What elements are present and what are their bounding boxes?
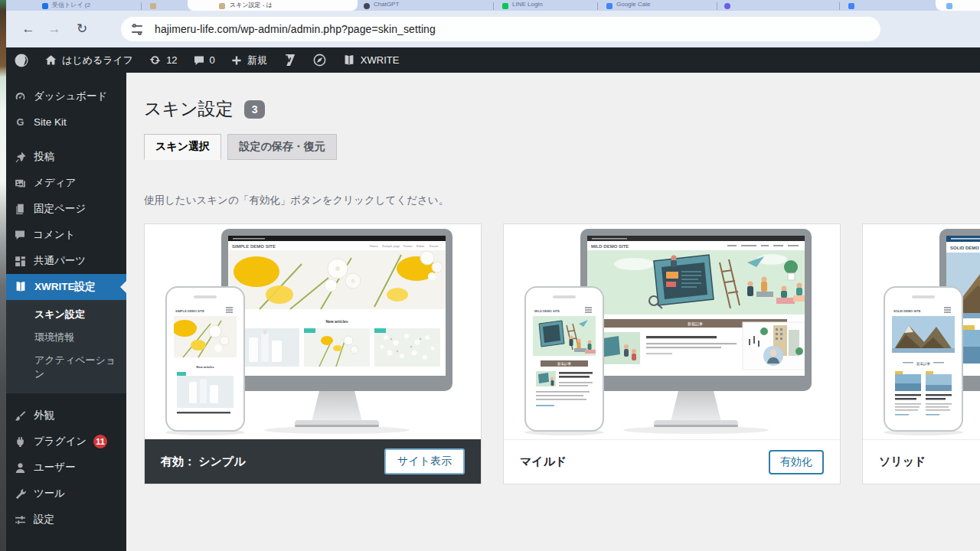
sidebar-item-posts[interactable]: 投稿 <box>6 144 126 170</box>
back-button[interactable]: ← <box>20 21 37 37</box>
demo-site-title: SIMPLE DEMO SITE <box>175 309 204 313</box>
dashboard-icon <box>14 90 27 103</box>
main-content: スキン設定 3 スキン選択 設定の保存・復元 使用したいスキンの「有効化」ボタン… <box>126 73 980 551</box>
tab-skin-select[interactable]: スキン選択 <box>144 134 221 160</box>
site-settings-icon[interactable] <box>130 22 144 36</box>
submenu-item-activation[interactable]: アクティベーション <box>6 349 126 386</box>
demo-site-title: SOLID DEMO SITE <box>893 309 921 313</box>
skin-preview-mild[interactable]: MILD DEMO SITE <box>504 224 840 439</box>
user-icon <box>14 461 27 474</box>
tab-favicon[interactable] <box>946 3 952 9</box>
xwrite-menu[interactable]: XWRITE <box>335 47 407 73</box>
demo-site-title: MILD DEMO SITE <box>534 309 560 313</box>
settings-tabs: スキン選択 設定の保存・復元 <box>144 134 980 160</box>
activate-button[interactable]: 有効化 <box>769 450 824 474</box>
sidebar-item-plugins[interactable]: プラグイン 11 <box>6 429 126 455</box>
sidebar-item-media[interactable]: メディア <box>6 170 126 196</box>
tab-favicon[interactable] <box>606 3 612 9</box>
forward-button[interactable]: → <box>46 21 63 37</box>
wrench-icon <box>14 487 27 500</box>
skin-footer-mild: マイルド 有効化 <box>504 439 840 484</box>
browser-tab-strip: 受信トレイ (2 スキン設定 - は ChatGPT LINE Login Go… <box>6 0 980 11</box>
book-icon <box>14 280 28 294</box>
skin-name-label: マイルド <box>520 455 567 469</box>
tab-label[interactable]: スキン設定 - は <box>230 1 345 9</box>
sidebar-item-comments[interactable]: コメント <box>6 222 126 248</box>
updates-menu[interactable]: 12 <box>141 47 185 73</box>
pushpin-icon <box>14 151 27 164</box>
sidebar-item-yoast-seo[interactable]: Yoast SEO <box>6 546 126 551</box>
demo-site-title: SOLID DEMO SITE <box>950 246 980 250</box>
tab-favicon[interactable] <box>364 3 370 9</box>
yoast-menu[interactable] <box>275 47 305 73</box>
xwrite-submenu: スキン設定 環境情報 アクティベーション <box>6 300 126 393</box>
demo-section-title: New articles <box>325 319 348 324</box>
sidebar-item-pages[interactable]: 固定ページ <box>6 196 126 222</box>
demo-nav-item: Theme <box>403 244 413 248</box>
sidebar-item-common-parts[interactable]: 共通パーツ <box>6 248 126 274</box>
tab-favicon[interactable] <box>502 3 508 9</box>
browser-toolbar: ← → ↻ hajimeru-life.com/wp-admin/admin.p… <box>6 11 980 47</box>
sidebar-label: コメント <box>33 228 75 242</box>
sidebar-label: 環境情報 <box>34 331 74 344</box>
tab-separator <box>839 2 840 10</box>
seo-tools-menu[interactable] <box>305 47 335 73</box>
sidebar-label: ユーザー <box>34 461 76 474</box>
comments-menu[interactable]: 0 <box>185 47 223 73</box>
tab-backup-restore[interactable]: 設定の保存・復元 <box>227 134 336 160</box>
sidebar-label: スキン設定 <box>34 308 85 321</box>
sidebar-item-xwrite-settings[interactable]: XWRITE設定 <box>6 274 126 300</box>
book-icon <box>342 54 356 67</box>
wp-admin-bar: はじめるライフ 12 0 新規 XWRITE <box>6 47 980 73</box>
demo-nav-item: Home <box>370 244 378 248</box>
sidebar-item-users[interactable]: ユーザー <box>6 455 126 481</box>
site-name-menu[interactable]: はじめるライフ <box>37 47 141 73</box>
address-bar[interactable]: hajimeru-life.com/wp-admin/admin.php?pag… <box>121 17 880 41</box>
plugin-icon <box>14 435 27 448</box>
new-content-menu[interactable]: 新規 <box>223 47 275 73</box>
sidebar-label: アクティベーション <box>34 354 120 381</box>
sidebar-label: Site Kit <box>34 116 67 128</box>
tab-label[interactable]: ChatGPT <box>374 1 466 8</box>
new-label: 新規 <box>247 54 267 67</box>
demo-nav-item: Sample page <box>382 244 400 248</box>
comment-icon <box>193 54 205 67</box>
demo-nav-item: Forum <box>430 244 439 248</box>
skin-count-badge: 3 <box>244 100 266 119</box>
desktop-background-sliver <box>0 0 6 551</box>
sidebar-label: メディア <box>34 176 76 190</box>
tab-favicon[interactable] <box>724 3 730 9</box>
sidebar-label: 固定ページ <box>34 202 86 216</box>
sidebar-item-tools[interactable]: ツール <box>6 481 126 507</box>
tab-favicon[interactable] <box>42 3 48 9</box>
reload-button[interactable]: ↻ <box>74 21 90 37</box>
wp-logo-menu[interactable] <box>6 47 37 73</box>
tab-favicon[interactable] <box>219 3 225 9</box>
sidebar-item-sitekit[interactable]: G Site Kit <box>6 109 126 135</box>
tab-favicon[interactable] <box>848 3 854 9</box>
tab-label[interactable]: Google Cale <box>616 1 693 8</box>
submenu-item-skin-setting[interactable]: スキン設定 <box>6 303 126 326</box>
sidebar-label: 投稿 <box>34 150 54 164</box>
tab-label[interactable]: LINE Login <box>512 1 581 8</box>
view-site-button[interactable]: サイト表示 <box>384 448 465 474</box>
skin-footer-simple: 有効： シンプル サイト表示 <box>145 439 481 484</box>
xwrite-label: XWRITE <box>361 54 400 66</box>
demo-nav-item: Editor <box>416 244 425 248</box>
home-icon <box>44 54 57 67</box>
url-text[interactable]: hajimeru-life.com/wp-admin/admin.php?pag… <box>155 23 436 35</box>
tab-partial-right[interactable] <box>936 0 980 11</box>
simple-preview-art: SIMPLE DEMO SITE Home Sample page Theme … <box>145 224 481 439</box>
sidebar-label: プラグイン <box>34 435 87 448</box>
skin-preview-solid[interactable]: SOLID DEMO SITE <box>863 224 980 439</box>
tab-favicon[interactable] <box>150 3 156 9</box>
sidebar-item-dashboard[interactable]: ダッシュボード <box>6 83 126 109</box>
plus-icon <box>230 54 243 67</box>
submenu-item-environment[interactable]: 環境情報 <box>6 326 126 349</box>
sidebar-item-appearance[interactable]: 外観 <box>6 403 126 429</box>
sidebar-item-settings[interactable]: 設定 <box>6 507 126 533</box>
tab-label[interactable]: 受信トレイ (2 <box>52 1 136 9</box>
media-icon <box>14 177 27 190</box>
demo-site-title: SIMPLE DEMO SITE <box>232 244 276 249</box>
skin-preview-simple[interactable]: SIMPLE DEMO SITE Home Sample page Theme … <box>145 224 481 439</box>
